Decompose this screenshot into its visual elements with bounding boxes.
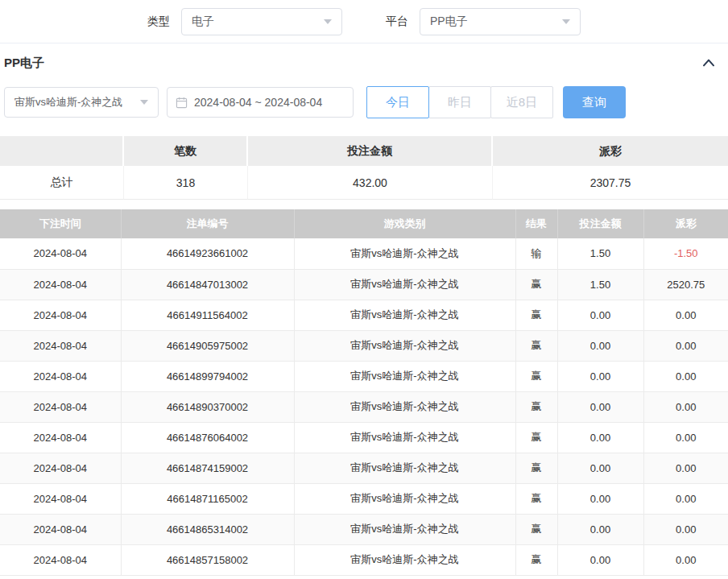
chevron-down-icon bbox=[562, 19, 570, 24]
bet-amount-cell: 1.50 bbox=[557, 238, 643, 269]
table-row: 2024-08-04 46614890370002 宙斯vs哈迪斯-众神之战 赢… bbox=[0, 391, 728, 422]
header-order-id: 注单编号 bbox=[121, 209, 294, 238]
order-id-cell: 46614847013002 bbox=[121, 269, 294, 300]
quick-date-button[interactable]: 今日 bbox=[366, 86, 429, 118]
collapse-chevron-up-icon[interactable] bbox=[702, 57, 715, 68]
bet-time-cell: 2024-08-04 bbox=[0, 300, 121, 330]
section-title: PP电子 bbox=[4, 56, 44, 71]
payout-cell: 0.00 bbox=[643, 453, 728, 483]
bet-time-cell: 2024-08-04 bbox=[0, 330, 121, 361]
result-cell: 赢 bbox=[515, 361, 557, 391]
payout-cell: -1.50 bbox=[643, 238, 728, 269]
section-header: PP电子 bbox=[0, 54, 728, 72]
bet-amount-cell: 0.00 bbox=[557, 544, 643, 575]
bet-amount-cell: 0.00 bbox=[557, 391, 643, 422]
quick-date-buttons: 今日昨日近8日 bbox=[366, 86, 553, 118]
platform-label: 平台 bbox=[386, 14, 408, 29]
payout-cell: 0.00 bbox=[643, 483, 728, 514]
header-payout: 派彩 bbox=[643, 209, 728, 238]
game-select-value: 宙斯vs哈迪斯-众神之战 bbox=[14, 95, 122, 110]
quick-date-button[interactable]: 近8日 bbox=[490, 86, 553, 118]
order-id-cell: 46614871165002 bbox=[121, 483, 294, 514]
bet-time-cell: 2024-08-04 bbox=[0, 544, 121, 575]
game-category-cell: 宙斯vs哈迪斯-众神之战 bbox=[294, 544, 515, 575]
platform-select-value: PP电子 bbox=[430, 14, 468, 29]
type-select[interactable]: 电子 bbox=[181, 8, 342, 35]
bet-time-cell: 2024-08-04 bbox=[0, 269, 121, 300]
bet-amount-cell: 0.00 bbox=[557, 422, 643, 453]
payout-cell: 0.00 bbox=[643, 300, 728, 330]
game-category-cell: 宙斯vs哈迪斯-众神之战 bbox=[294, 269, 515, 300]
result-cell: 赢 bbox=[515, 483, 557, 514]
table-row: 2024-08-04 46614874159002 宙斯vs哈迪斯-众神之战 赢… bbox=[0, 453, 728, 483]
table-row: 2024-08-04 46614911564002 宙斯vs哈迪斯-众神之战 赢… bbox=[0, 300, 728, 330]
summary-header-empty bbox=[0, 136, 124, 166]
summary-total-label: 总计 bbox=[0, 166, 124, 200]
summary-bet-amount-value: 432.00 bbox=[248, 166, 493, 200]
table-row: 2024-08-04 46614847013002 宙斯vs哈迪斯-众神之战 赢… bbox=[0, 269, 728, 300]
table-row: 2024-08-04 46614899794002 宙斯vs哈迪斯-众神之战 赢… bbox=[0, 361, 728, 391]
game-category-cell: 宙斯vs哈迪斯-众神之战 bbox=[294, 453, 515, 483]
summary-header-row: 笔数 投注金额 派彩 bbox=[0, 136, 728, 166]
bet-amount-cell: 0.00 bbox=[557, 514, 643, 544]
bet-amount-cell: 1.50 bbox=[557, 269, 643, 300]
summary-header-count: 笔数 bbox=[124, 136, 248, 166]
game-category-cell: 宙斯vs哈迪斯-众神之战 bbox=[294, 238, 515, 269]
type-filter-group: 类型 电子 bbox=[147, 8, 342, 35]
payout-cell: 0.00 bbox=[643, 544, 728, 575]
game-category-cell: 宙斯vs哈迪斯-众神之战 bbox=[294, 330, 515, 361]
header-bet-amount: 投注金额 bbox=[557, 209, 643, 238]
game-category-cell: 宙斯vs哈迪斯-众神之战 bbox=[294, 361, 515, 391]
order-id-cell: 46614876064002 bbox=[121, 422, 294, 453]
game-category-cell: 宙斯vs哈迪斯-众神之战 bbox=[294, 391, 515, 422]
date-range-input[interactable]: 2024-08-04 ~ 2024-08-04 bbox=[167, 87, 354, 118]
game-category-cell: 宙斯vs哈迪斯-众神之战 bbox=[294, 422, 515, 453]
payout-cell: 2520.75 bbox=[643, 269, 728, 300]
table-row: 2024-08-04 46614871165002 宙斯vs哈迪斯-众神之战 赢… bbox=[0, 483, 728, 514]
payout-cell: 0.00 bbox=[643, 391, 728, 422]
result-cell: 赢 bbox=[515, 391, 557, 422]
result-cell: 输 bbox=[515, 238, 557, 269]
header-result: 结果 bbox=[515, 209, 557, 238]
result-cell: 赢 bbox=[515, 422, 557, 453]
game-category-cell: 宙斯vs哈迪斯-众神之战 bbox=[294, 514, 515, 544]
date-range-value: 2024-08-04 ~ 2024-08-04 bbox=[194, 96, 322, 109]
type-select-value: 电子 bbox=[192, 14, 214, 29]
filter-row: 宙斯vs哈迪斯-众神之战 2024-08-04 ~ 2024-08-04 今日昨… bbox=[4, 86, 728, 118]
header-bet-time: 下注时间 bbox=[0, 209, 121, 238]
result-cell: 赢 bbox=[515, 269, 557, 300]
order-id-cell: 46614905975002 bbox=[121, 330, 294, 361]
order-id-cell: 46614857158002 bbox=[121, 544, 294, 575]
table-row: 2024-08-04 46614905975002 宙斯vs哈迪斯-众神之战 赢… bbox=[0, 330, 728, 361]
top-filter-bar: 类型 电子 平台 PP电子 bbox=[0, 0, 728, 37]
bet-table-body: 2024-08-04 46614923661002 宙斯vs哈迪斯-众神之战 输… bbox=[0, 238, 728, 575]
summary-payout-value: 2307.75 bbox=[493, 166, 728, 200]
table-row: 2024-08-04 46614865314002 宙斯vs哈迪斯-众神之战 赢… bbox=[0, 514, 728, 544]
platform-select[interactable]: PP电子 bbox=[420, 8, 581, 35]
order-id-cell: 46614890370002 bbox=[121, 391, 294, 422]
order-id-cell: 46614899794002 bbox=[121, 361, 294, 391]
bet-time-cell: 2024-08-04 bbox=[0, 391, 121, 422]
bet-table: 下注时间 注单编号 游戏类别 结果 投注金额 派彩 2024-08-04 466… bbox=[0, 209, 728, 576]
game-select[interactable]: 宙斯vs哈迪斯-众神之战 bbox=[4, 87, 159, 118]
payout-cell: 0.00 bbox=[643, 514, 728, 544]
game-category-cell: 宙斯vs哈迪斯-众神之战 bbox=[294, 483, 515, 514]
result-cell: 赢 bbox=[515, 330, 557, 361]
result-cell: 赢 bbox=[515, 300, 557, 330]
bet-amount-cell: 0.00 bbox=[557, 300, 643, 330]
quick-date-button[interactable]: 昨日 bbox=[428, 86, 491, 118]
bet-time-cell: 2024-08-04 bbox=[0, 514, 121, 544]
table-row: 2024-08-04 46614857158002 宙斯vs哈迪斯-众神之战 赢… bbox=[0, 544, 728, 575]
order-id-cell: 46614911564002 bbox=[121, 300, 294, 330]
result-cell: 赢 bbox=[515, 514, 557, 544]
order-id-cell: 46614923661002 bbox=[121, 238, 294, 269]
result-cell: 赢 bbox=[515, 453, 557, 483]
summary-table: 笔数 投注金额 派彩 总计 318 432.00 2307.75 bbox=[0, 136, 728, 200]
query-button[interactable]: 查询 bbox=[563, 86, 626, 118]
table-row: 2024-08-04 46614876064002 宙斯vs哈迪斯-众神之战 赢… bbox=[0, 422, 728, 453]
bet-time-cell: 2024-08-04 bbox=[0, 238, 121, 269]
horizontal-divider bbox=[0, 43, 728, 43]
header-game-category: 游戏类别 bbox=[294, 209, 515, 238]
bet-time-cell: 2024-08-04 bbox=[0, 483, 121, 514]
summary-count-value: 318 bbox=[124, 166, 248, 200]
